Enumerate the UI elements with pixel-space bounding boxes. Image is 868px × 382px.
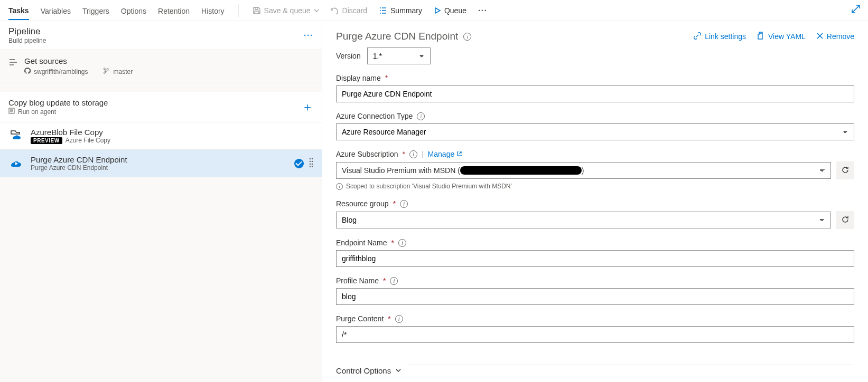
remove-label: Remove (827, 32, 854, 41)
manage-label: Manage (428, 150, 455, 158)
svg-point-7 (310, 166, 311, 167)
link-settings-button[interactable]: Link settings (693, 32, 746, 42)
subscription-value-prefix: Visual Studio Premium with MSDN ( (342, 166, 460, 175)
svg-point-2 (312, 158, 313, 159)
conn-type-select[interactable]: Azure Resource Manager (336, 123, 854, 140)
info-icon[interactable]: i (390, 277, 398, 285)
version-select[interactable]: 1.* (367, 47, 431, 64)
subscription-select[interactable]: Visual Studio Premium with MSDN () (336, 162, 831, 179)
purge-label: Purge Content (336, 314, 384, 323)
task-subtitle: Azure File Copy (66, 137, 110, 144)
control-options-label: Control Options (336, 366, 391, 375)
sources-title: Get sources (24, 56, 133, 65)
summary-label: Summary (390, 6, 422, 15)
agent-icon (8, 108, 15, 116)
job-subtitle: Run on agent (18, 108, 56, 116)
pipeline-title: Pipeline (8, 26, 46, 37)
repo-link[interactable]: swgriffith/ramblings (24, 68, 88, 75)
github-icon (24, 68, 31, 75)
save-queue-button[interactable]: Save & queue (253, 6, 319, 15)
info-icon[interactable]: i (409, 150, 417, 158)
tab-retention[interactable]: Retention (158, 2, 190, 20)
tab-history[interactable]: History (201, 2, 225, 20)
conn-type-label: Azure Connection Type (336, 112, 413, 120)
svg-point-3 (310, 161, 311, 162)
chevron-down-icon (395, 366, 402, 375)
undo-icon (331, 6, 339, 15)
info-icon[interactable]: i (463, 33, 471, 41)
info-icon: i (336, 183, 343, 190)
refresh-icon (841, 215, 850, 225)
preview-badge: PREVIEW (31, 137, 62, 144)
view-yaml-button[interactable]: View YAML (757, 32, 806, 42)
purge-content-input[interactable] (336, 326, 854, 343)
task-title: AzureBlob File Copy (31, 128, 110, 137)
version-label: Version (336, 52, 361, 60)
summary-button[interactable]: Summary (379, 6, 422, 15)
task-detail-panel: Purge Azure CDN Endpoint i Link settings… (322, 21, 868, 382)
remove-button[interactable]: Remove (816, 32, 854, 42)
sources-icon (8, 58, 18, 69)
refresh-button[interactable] (836, 161, 854, 179)
endpoint-label: Endpoint Name (336, 238, 387, 247)
fullscreen-icon[interactable] (851, 4, 861, 15)
more-actions-button[interactable]: ··· (478, 6, 488, 15)
save-queue-label: Save & queue (264, 6, 311, 15)
tab-tasks[interactable]: Tasks (8, 1, 29, 20)
job-header[interactable]: Copy blog update to storage Run on agent… (0, 92, 322, 122)
link-settings-label: Link settings (705, 32, 746, 41)
pipeline-header[interactable]: Pipeline Build pipeline ··· (0, 21, 322, 50)
pipeline-more-icon[interactable]: ··· (304, 31, 313, 40)
cdn-purge-icon (8, 156, 23, 171)
pipeline-outline: Pipeline Build pipeline ··· Get sources (0, 21, 322, 382)
task-enabled-icon (294, 159, 304, 168)
svg-point-5 (310, 164, 311, 165)
svg-point-4 (312, 161, 313, 162)
info-icon[interactable]: i (398, 239, 406, 247)
job-title: Copy blog update to storage (8, 98, 108, 107)
display-name-input[interactable] (336, 85, 854, 102)
tab-options[interactable]: Options (121, 2, 146, 20)
svg-point-1 (310, 158, 311, 159)
info-icon[interactable]: i (417, 112, 425, 120)
section-divider (407, 365, 854, 365)
resource-group-select[interactable]: Blog (336, 212, 831, 228)
subscription-hint: Scoped to subscription 'Visual Studio Pr… (346, 183, 512, 190)
info-icon[interactable]: i (395, 315, 403, 323)
tab-variables[interactable]: Variables (41, 2, 71, 20)
subscription-label: Azure Subscription (336, 150, 398, 158)
svg-point-6 (312, 164, 313, 165)
drag-handle-icon[interactable] (309, 158, 313, 169)
discard-label: Discard (342, 6, 367, 15)
pipeline-subtitle: Build pipeline (8, 37, 46, 44)
endpoint-name-input[interactable] (336, 250, 854, 267)
link-icon (693, 32, 702, 42)
display-name-label: Display name (336, 74, 381, 82)
redacted-subscription-id (460, 166, 582, 175)
save-icon (253, 6, 261, 15)
manage-link[interactable]: Manage (428, 150, 463, 158)
toolbar-separator (238, 4, 239, 17)
queue-label: Queue (444, 6, 466, 15)
info-icon[interactable]: i (400, 200, 408, 208)
task-title: Purge Azure CDN Endpoint (31, 155, 127, 164)
task-row[interactable]: Purge Azure CDN Endpoint Purge Azure CDN… (0, 150, 322, 177)
task-row[interactable]: AzureBlob File Copy PREVIEWAzure File Co… (0, 122, 322, 150)
add-task-button[interactable]: ＋ (302, 99, 313, 115)
profile-label: Profile Name (336, 276, 379, 285)
discard-button[interactable]: Discard (331, 6, 367, 15)
branch-link[interactable]: master (104, 68, 133, 75)
queue-button[interactable]: Queue (434, 6, 466, 15)
external-link-icon (456, 150, 462, 158)
task-subtitle: Purge Azure CDN Endpoint (31, 164, 127, 171)
svg-point-8 (312, 166, 313, 167)
list-icon (379, 6, 387, 15)
refresh-button[interactable] (836, 211, 854, 229)
azure-file-copy-icon (8, 129, 23, 144)
get-sources-row[interactable]: Get sources swgriffith/ramblings (0, 50, 322, 82)
detail-title: Purge Azure CDN Endpoint (336, 31, 458, 42)
profile-name-input[interactable] (336, 288, 854, 305)
subscription-value-suffix: ) (582, 166, 584, 175)
control-options-toggle[interactable]: Control Options (336, 366, 402, 375)
tab-triggers[interactable]: Triggers (82, 2, 109, 20)
